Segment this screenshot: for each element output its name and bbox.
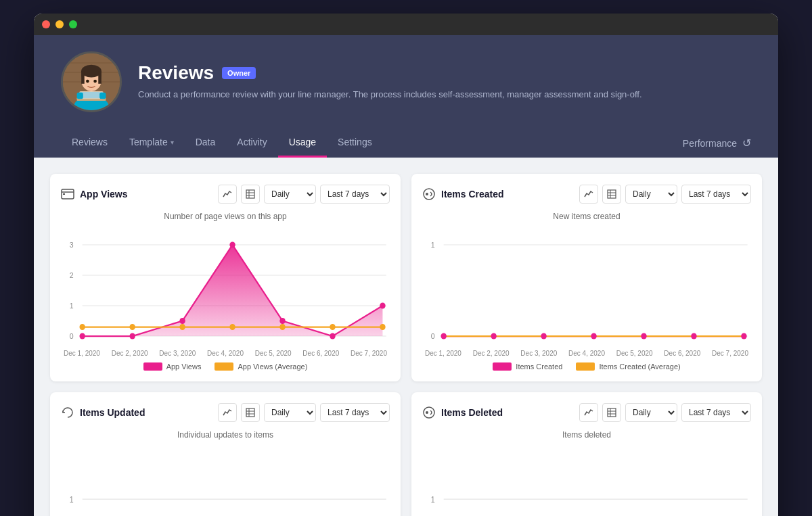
items-updated-chart: 1 [61,445,390,513]
svg-rect-15 [77,93,83,99]
svg-point-73 [424,407,434,418]
titlebar [34,14,778,35]
app-views-period-select[interactable]: Daily Weekly Monthly [264,185,316,204]
nav-reviews[interactable]: Reviews [61,128,118,158]
svg-point-60 [441,333,446,339]
items-updated-card: Items Updated Daily Weekly Monthly [50,392,401,516]
items-created-svg: 0 1 [422,227,751,348]
items-created-range-select[interactable]: Last 7 days Last 14 days Last 30 days [681,185,751,204]
owner-badge: Owner [222,67,256,79]
items-created-period-select[interactable]: Daily Weekly Monthly [625,185,677,204]
items-deleted-range-select[interactable]: Last 7 days Last 14 days Last 30 days [681,403,751,422]
svg-point-38 [279,318,285,324]
legend-items-created-avg-color [576,362,595,371]
svg-rect-19 [63,193,65,195]
app-views-subtitle: Number of page views on this app [61,212,390,221]
app-views-legend: App Views App Views (Average) [61,362,390,371]
items-updated-controls: Daily Weekly Monthly Last 7 days Last 14… [218,403,390,422]
items-updated-period-select[interactable]: Daily Weekly Monthly [264,403,316,422]
legend-app-views-avg-color [215,362,233,371]
minimize-dot[interactable] [55,20,64,28]
svg-text:1: 1 [431,495,435,504]
svg-text:1: 1 [431,241,435,249]
svg-point-74 [426,411,428,414]
items-created-subtitle: New items created [422,212,751,221]
items-updated-range-select[interactable]: Last 7 days Last 14 days Last 30 days [320,403,390,422]
svg-text:1: 1 [70,302,74,310]
svg-rect-9 [98,71,102,84]
nav-activity[interactable]: Activity [226,128,277,158]
items-deleted-period-select[interactable]: Daily Weekly Monthly [625,403,677,422]
svg-point-44 [229,324,235,330]
svg-point-61 [491,333,496,339]
nav-data[interactable]: Data [185,128,227,158]
svg-text:3: 3 [70,241,74,249]
items-deleted-card: Items Deleted Daily Weekly Monthly [411,392,762,516]
header: Reviews Owner Conduct a performance revi… [34,35,778,158]
items-updated-line-btn[interactable] [218,403,237,422]
svg-rect-16 [99,93,106,99]
app-views-x-labels: Dec 1, 2020 Dec 2, 2020 Dec 3, 2020 Dec … [61,350,390,357]
line-chart-btn[interactable] [218,185,237,204]
items-created-header: Items Created Daily Weekly Monthly [422,185,751,204]
items-updated-subtitle: Individual updates to items [61,430,390,440]
items-deleted-line-btn[interactable] [579,403,598,422]
charts-grid: App Views Daily Weekly Monthly [50,174,762,516]
avatar [61,51,122,112]
app-views-icon [61,187,74,201]
items-deleted-controls: Daily Weekly Monthly Last 7 days Last 14… [579,403,751,422]
items-deleted-chart: 1 [422,445,751,513]
items-deleted-table-btn[interactable] [602,403,621,422]
table-chart-btn[interactable] [241,185,260,204]
legend-items-created-avg: Items Created (Average) [576,362,680,371]
svg-text:0: 0 [431,332,435,340]
items-created-line-btn[interactable] [579,185,598,204]
items-updated-header: Items Updated Daily Weekly Monthly [61,403,390,422]
legend-items-created: Items Created [493,362,562,371]
performance-link[interactable]: Performance ↺ [683,128,751,158]
svg-point-37 [229,242,235,248]
svg-rect-14 [80,92,103,98]
nav-template[interactable]: Template ▾ [118,128,185,158]
performance-label: Performance [683,138,737,149]
nav-settings[interactable]: Settings [327,128,383,158]
svg-point-48 [424,189,434,200]
items-created-chart: 0 1 [422,227,751,348]
app-views-range-select[interactable]: Last 7 days Last 14 days Last 30 days [320,185,390,204]
app-views-chart: 0 1 2 3 [61,227,390,348]
page-title: Reviews Owner [138,62,642,84]
svg-point-43 [179,324,185,330]
svg-point-42 [129,324,135,330]
app-views-title: App Views [80,189,212,200]
maximize-dot[interactable] [69,20,77,28]
app-views-header: App Views Daily Weekly Monthly [61,185,390,204]
nav-usage[interactable]: Usage [278,128,327,158]
main-content: App Views Daily Weekly Monthly [34,158,778,516]
svg-text:1: 1 [70,495,74,504]
svg-rect-67 [246,408,254,417]
items-deleted-icon [422,406,436,419]
svg-point-36 [179,318,185,324]
header-top: Reviews Owner Conduct a performance revi… [61,51,751,126]
items-created-controls: Daily Weekly Monthly Last 7 days Last 14… [579,185,751,204]
items-created-icon [422,187,436,201]
svg-rect-8 [81,71,85,84]
svg-point-46 [330,324,335,330]
nav-left: Reviews Template ▾ Data Activity Usage S… [61,128,683,158]
svg-point-11 [93,80,97,83]
svg-point-63 [591,333,596,339]
svg-point-35 [129,333,135,339]
items-created-table-btn[interactable] [602,185,621,204]
svg-point-39 [330,333,335,339]
close-dot[interactable] [42,20,50,28]
items-updated-svg: 1 [61,445,390,513]
svg-rect-75 [608,408,616,417]
svg-point-64 [641,333,646,339]
app-views-card: App Views Daily Weekly Monthly [50,174,401,381]
items-deleted-title: Items Deleted [441,407,574,418]
items-updated-table-btn[interactable] [241,403,260,422]
svg-point-49 [426,193,428,195]
svg-point-47 [380,324,385,330]
items-created-title: Items Created [441,189,574,200]
header-text: Reviews Owner Conduct a performance revi… [138,62,642,101]
